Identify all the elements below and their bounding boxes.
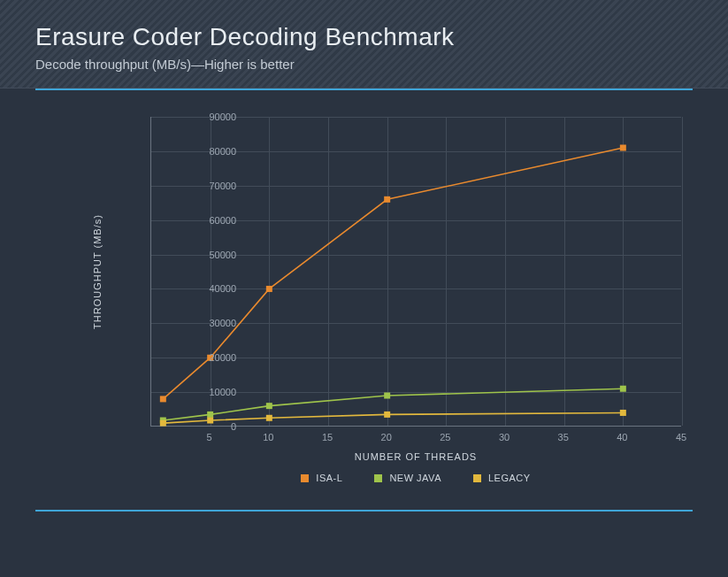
x-tick-label: 25	[427, 432, 463, 442]
x-tick-label: 30	[487, 432, 522, 442]
series-point	[384, 412, 390, 418]
series-point	[266, 403, 272, 409]
x-tick-label: 35	[546, 432, 581, 442]
y-tick-label: 80000	[148, 146, 236, 157]
legend-item: ISA-L	[301, 473, 342, 483]
series-point	[384, 196, 390, 203]
series-point	[620, 145, 626, 151]
page-subtitle: Decode throughput (MB/s)—Higher is bette…	[35, 57, 693, 72]
x-tick-label: 15	[310, 432, 345, 442]
y-tick-label: 50000	[148, 250, 236, 260]
legend-label: LEGACY	[488, 473, 531, 483]
y-tick-label: 70000	[148, 181, 236, 191]
chart-container: THROUGHPUT (MB/s) NUMBER OF THREADS ISA-…	[0, 90, 728, 497]
legend-marker	[374, 474, 382, 482]
y-tick-label: 10000	[148, 387, 236, 397]
series-point	[266, 286, 272, 292]
x-tick-label: 10	[250, 432, 286, 442]
y-tick-label: 90000	[148, 112, 236, 122]
x-axis-label: NUMBER OF THREADS	[150, 451, 681, 462]
footer-accent-line	[35, 510, 693, 512]
x-tick-label: 5	[192, 432, 227, 442]
legend-label: NEW JAVA	[389, 473, 441, 483]
legend-marker	[301, 474, 309, 482]
series-point	[384, 393, 390, 399]
series-point	[620, 410, 626, 416]
header: Erasure Coder Decoding Benchmark Decode …	[0, 0, 728, 88]
series-point	[266, 415, 272, 421]
legend-item: NEW JAVA	[374, 473, 441, 483]
chart: THROUGHPUT (MB/s) NUMBER OF THREADS ISA-…	[53, 108, 675, 489]
y-tick-label: 0	[148, 421, 236, 432]
y-tick-label: 30000	[148, 318, 236, 328]
legend-item: LEGACY	[473, 473, 531, 483]
series-layer	[151, 117, 682, 427]
legend-label: ISA-L	[316, 473, 342, 483]
plot-area	[150, 117, 681, 427]
x-tick-label: 40	[604, 432, 640, 442]
y-tick-label: 20000	[148, 352, 236, 363]
series-point	[620, 386, 626, 392]
series-point	[207, 412, 213, 418]
y-tick-label: 60000	[148, 215, 236, 226]
x-tick-label: 45	[663, 432, 699, 442]
legend-marker	[473, 474, 481, 482]
y-tick-label: 40000	[148, 283, 236, 294]
y-axis-label: THROUGHPUT (MB/s)	[92, 214, 103, 329]
gridline-v	[682, 117, 683, 426]
x-tick-label: 20	[369, 432, 404, 442]
page-title: Erasure Coder Decoding Benchmark	[35, 23, 693, 51]
legend: ISA-LNEW JAVALEGACY	[150, 473, 681, 483]
